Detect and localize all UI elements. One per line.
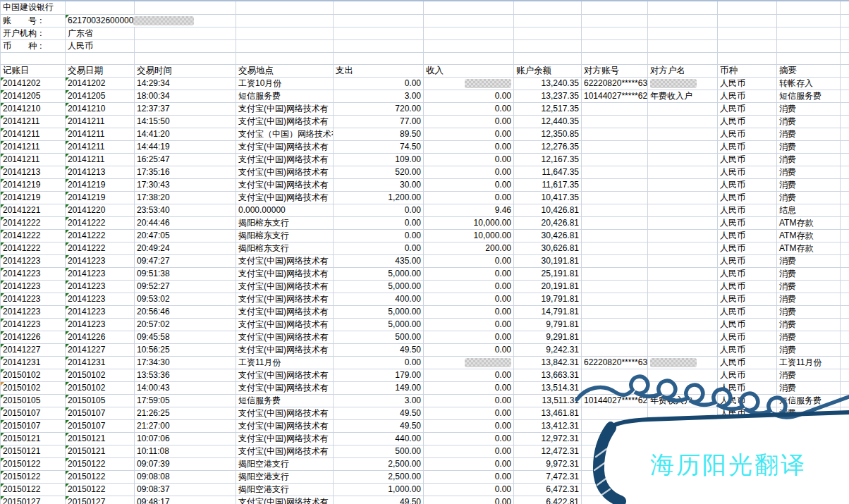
txn-date-cell[interactable]: 20141223 [66, 293, 135, 305]
counterparty-name-cell[interactable] [648, 77, 718, 90]
summary-cell[interactable]: ATM存款 [777, 216, 841, 229]
balance-cell[interactable]: 6,472.31 [514, 483, 582, 496]
balance-cell[interactable]: 12,167.35 [514, 153, 582, 166]
counterparty-name-cell[interactable] [648, 254, 718, 267]
summary-cell[interactable] [777, 445, 841, 457]
txn-time-cell[interactable]: 09:45:58 [135, 331, 236, 343]
location-cell[interactable]: 支付宝（中国）网络技术有 [236, 128, 334, 140]
summary-cell[interactable]: 消费 [777, 318, 841, 331]
debit-cell[interactable]: 400.00 [334, 293, 424, 305]
cell[interactable] [777, 39, 841, 52]
branch-label[interactable]: 开户机构： [1, 27, 66, 39]
txn-time-cell[interactable]: 09:07:39 [135, 457, 236, 470]
balance-cell[interactable]: 12,517.35 [514, 102, 582, 115]
txn-time-cell[interactable]: 09:52:27 [135, 280, 236, 293]
col-header-txn-date[interactable]: 交易日期 [66, 64, 135, 77]
counterparty-account-cell[interactable] [582, 343, 648, 356]
cell[interactable] [841, 457, 849, 470]
txn-date-cell[interactable]: 20141223 [66, 254, 135, 267]
currency-cell[interactable]: 人民币 [718, 216, 777, 229]
booking-date-cell[interactable]: 20141223 [1, 305, 66, 318]
cell[interactable] [777, 52, 841, 64]
counterparty-account-cell[interactable] [582, 229, 648, 242]
currency-cell[interactable]: 人民币 [718, 369, 777, 381]
currency-label[interactable]: 币 种： [1, 39, 66, 52]
credit-cell[interactable]: 0.00 [424, 496, 514, 504]
location-cell[interactable]: 支付宝(中国)网络技术有 [236, 166, 334, 178]
counterparty-name-cell[interactable] [648, 331, 718, 343]
credit-cell[interactable]: 0.00 [424, 115, 514, 128]
booking-date-cell[interactable]: 20141211 [1, 115, 66, 128]
booking-date-cell[interactable]: 20141202 [1, 77, 66, 90]
location-cell[interactable]: 短信服务费 [236, 394, 334, 407]
txn-time-cell[interactable]: 17:35:16 [135, 166, 236, 178]
counterparty-name-cell[interactable] [648, 242, 718, 254]
cell[interactable] [514, 14, 582, 27]
cell[interactable] [841, 267, 849, 280]
cell[interactable] [135, 27, 236, 39]
cell[interactable] [841, 216, 849, 229]
balance-cell[interactable]: 13,842.31 [514, 356, 582, 369]
cell[interactable] [841, 293, 849, 305]
balance-cell[interactable]: 12,440.35 [514, 115, 582, 128]
cell[interactable] [841, 242, 849, 254]
balance-cell[interactable]: 10,426.81 [514, 204, 582, 216]
cell[interactable] [424, 52, 514, 64]
txn-date-cell[interactable]: 20141213 [66, 166, 135, 178]
location-cell[interactable]: 揭阳榕东支行 [236, 242, 334, 254]
counterparty-account-cell[interactable] [582, 267, 648, 280]
counterparty-name-cell[interactable] [648, 140, 718, 153]
counterparty-name-cell[interactable] [648, 216, 718, 229]
currency-cell[interactable] [718, 445, 777, 457]
location-cell[interactable]: 支付宝(中国)网络技术有 [236, 102, 334, 115]
txn-date-cell[interactable]: 20141222 [66, 229, 135, 242]
credit-cell[interactable]: 0.00 [424, 457, 514, 470]
txn-time-cell[interactable]: 21:27:00 [135, 419, 236, 432]
counterparty-account-cell[interactable] [582, 331, 648, 343]
location-cell[interactable]: 揭阳空港支行 [236, 457, 334, 470]
txn-time-cell[interactable]: 14:15:50 [135, 115, 236, 128]
debit-cell[interactable]: 49.50 [334, 343, 424, 356]
debit-cell[interactable]: 49.50 [334, 419, 424, 432]
location-cell[interactable]: 支付宝(中国)网络技术有 [236, 496, 334, 504]
txn-date-cell[interactable]: 20150102 [66, 381, 135, 394]
txn-time-cell[interactable]: 09:08:37 [135, 483, 236, 496]
balance-cell[interactable]: 30,426.81 [514, 229, 582, 242]
currency-cell[interactable]: 人民币 [718, 254, 777, 267]
txn-date-cell[interactable]: 20141211 [66, 140, 135, 153]
location-cell[interactable]: 支付宝(中国)网络技术有 [236, 381, 334, 394]
debit-cell[interactable]: 49.50 [334, 496, 424, 504]
booking-date-cell[interactable]: 20141222 [1, 216, 66, 229]
credit-cell[interactable]: 0.00 [424, 381, 514, 394]
txn-time-cell[interactable]: 20:47:05 [135, 229, 236, 242]
summary-cell[interactable]: 消费 [777, 166, 841, 178]
booking-date-cell[interactable]: 20150122 [1, 470, 66, 483]
balance-cell[interactable]: 30,626.81 [514, 242, 582, 254]
bank-name[interactable]: 中国建设银行 [1, 1, 66, 14]
credit-cell[interactable]: 0.00 [424, 178, 514, 191]
cell[interactable] [841, 102, 849, 115]
credit-cell[interactable]: 0.00 [424, 318, 514, 331]
currency-cell[interactable]: 人民币 [718, 153, 777, 166]
cell[interactable] [841, 39, 849, 52]
summary-cell[interactable] [777, 496, 841, 504]
counterparty-account-cell[interactable] [582, 407, 648, 419]
currency-cell[interactable]: 人民币 [718, 280, 777, 293]
summary-cell[interactable]: 消费 [777, 140, 841, 153]
txn-date-cell[interactable]: 20141211 [66, 128, 135, 140]
balance-cell[interactable]: 13,240.35 [514, 77, 582, 90]
summary-cell[interactable] [777, 432, 841, 445]
cell[interactable] [841, 356, 849, 369]
booking-date-cell[interactable]: 20150121 [1, 445, 66, 457]
booking-date-cell[interactable]: 20141210 [1, 102, 66, 115]
credit-cell[interactable]: 0.00 [424, 343, 514, 356]
summary-cell[interactable]: 消费 [777, 331, 841, 343]
counterparty-account-cell[interactable] [582, 204, 648, 216]
currency-cell[interactable]: 人民币 [718, 77, 777, 90]
cell[interactable] [424, 39, 514, 52]
counterparty-account-cell[interactable]: 62220820*****63 [582, 77, 648, 90]
cell[interactable] [841, 90, 849, 102]
txn-time-cell[interactable]: 23:53:40 [135, 204, 236, 216]
counterparty-account-cell[interactable] [582, 305, 648, 318]
cell[interactable] [582, 39, 648, 52]
